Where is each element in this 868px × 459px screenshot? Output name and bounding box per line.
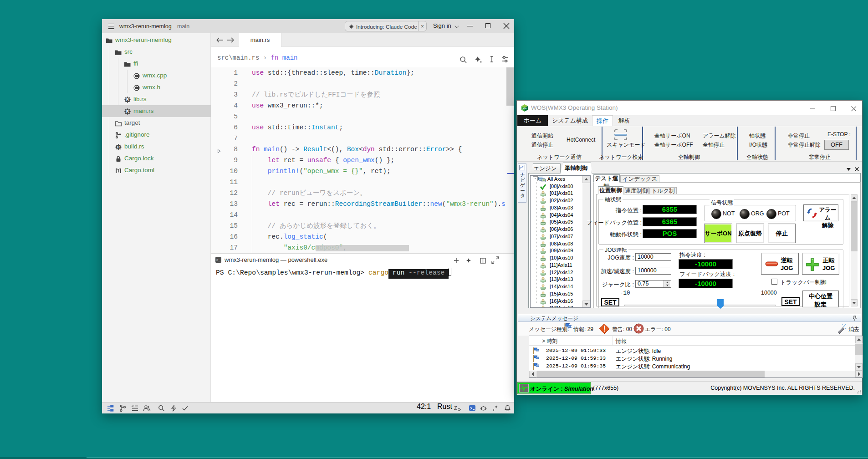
svg-text:R: R xyxy=(117,145,120,149)
svg-text:R: R xyxy=(126,109,129,114)
svg-text:Z: Z xyxy=(454,405,457,411)
svg-text:R: R xyxy=(126,97,129,102)
